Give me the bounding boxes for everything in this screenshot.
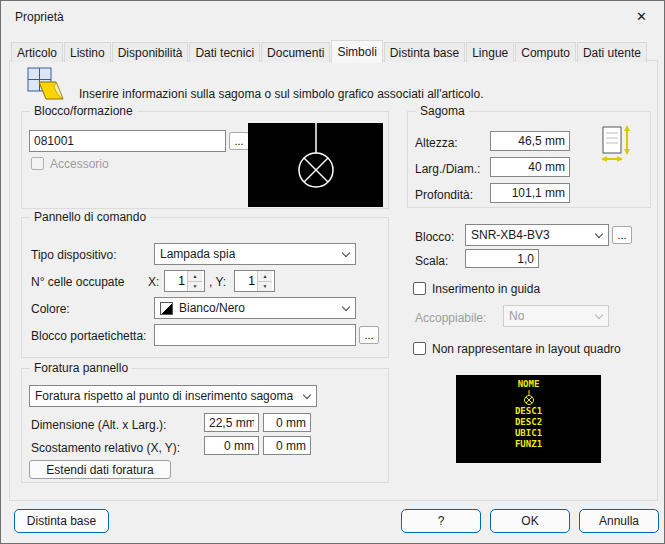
profondita-label: Profondità:	[415, 188, 473, 202]
blocco-select[interactable]: SNR-XB4-BV3	[465, 224, 609, 246]
chevron-down-icon	[342, 302, 350, 310]
blocco-label: Blocco:	[415, 230, 454, 244]
dimension-page-icon	[601, 125, 633, 170]
spin-down-icon[interactable]: ▼	[258, 282, 272, 292]
blocco-portaetichetta-label: Blocco portaetichetta:	[31, 329, 146, 343]
inserimento-in-guida-label: Inserimento in guida	[432, 282, 540, 296]
accessorio-label: Accessorio	[50, 157, 109, 171]
accoppiabile-label: Accoppiabile:	[415, 311, 486, 325]
blocco-portaetichetta-input[interactable]	[154, 324, 356, 346]
group-sagoma-title: Sagoma	[416, 104, 469, 118]
celle-x-input[interactable]	[165, 271, 187, 291]
scostamento-y-input[interactable]	[263, 436, 311, 455]
celle-y-stepper[interactable]: ▲ ▼	[234, 270, 275, 292]
tab-articolo[interactable]: Articolo	[11, 42, 63, 62]
tab-strip: Articolo Listino Disponibilità Dati tecn…	[11, 40, 648, 62]
tab-documenti[interactable]: Documenti	[261, 42, 330, 62]
annulla-button[interactable]: Annulla	[579, 509, 659, 533]
colore-label: Colore:	[31, 302, 70, 316]
tab-distinta-base[interactable]: Distinta base	[384, 42, 465, 62]
chevron-down-icon	[595, 229, 603, 237]
celle-occupate-label: N° celle occupate	[31, 275, 125, 289]
celle-x-stepper[interactable]: ▲ ▼	[164, 270, 205, 292]
non-rappresentare-checkbox[interactable]	[413, 342, 426, 355]
colore-select[interactable]: Bianco/Nero	[154, 297, 356, 319]
scala-input[interactable]	[465, 249, 539, 268]
tab-computo[interactable]: Computo	[515, 42, 576, 62]
spin-up-icon[interactable]: ▲	[258, 271, 272, 282]
dimensione-label: Dimensione (Alt. x Larg.):	[31, 418, 166, 432]
altezza-input[interactable]	[490, 131, 570, 151]
celle-y-label: , Y:	[209, 275, 226, 289]
close-icon[interactable]: ✕	[619, 1, 664, 31]
tipo-dispositivo-select[interactable]: Lampada spia	[154, 243, 356, 265]
chevron-down-icon	[595, 310, 603, 318]
blocco-portaetichetta-browse-button[interactable]: ...	[359, 326, 379, 344]
foratura-modo-select[interactable]: Foratura rispetto al punto di inseriment…	[29, 385, 317, 407]
color-swatch-icon	[160, 302, 173, 315]
tipo-dispositivo-label: Tipo dispositivo:	[31, 248, 117, 262]
inserimento-in-guida-checkbox[interactable]	[413, 282, 426, 295]
properties-dialog: Proprietà ✕ Articolo Listino Disponibili…	[0, 0, 665, 544]
distinta-base-button[interactable]: Distinta base	[14, 509, 109, 533]
scostamento-x-input[interactable]	[204, 436, 259, 455]
tab-disponibilita[interactable]: Disponibilità	[112, 42, 189, 62]
blocco-formazione-input[interactable]	[29, 130, 226, 152]
scala-label: Scala:	[415, 254, 448, 268]
celle-x-label: X:	[148, 275, 159, 289]
tab-dati-tecnici[interactable]: Dati tecnici	[189, 42, 260, 62]
preview-funz1: FUNZ1	[515, 439, 542, 450]
group-pannello-comando-title: Pannello di comando	[30, 210, 150, 224]
scostamento-label: Scostamento relativo (X, Y):	[31, 441, 180, 455]
accoppiabile-select: No	[503, 305, 609, 327]
group-blocco-formazione-title: Blocco/formazione	[30, 104, 137, 118]
spin-up-icon[interactable]: ▲	[188, 271, 202, 282]
help-button[interactable]: ?	[401, 509, 481, 533]
tab-simboli[interactable]: Simboli	[331, 40, 382, 63]
non-rappresentare-label: Non rappresentare in layout quadro	[432, 342, 621, 356]
group-foratura-title: Foratura pannello	[30, 361, 132, 375]
dimensione-larg-input[interactable]	[263, 413, 311, 432]
intro-text: Inserire informazioni sulla sagoma o sul…	[79, 87, 483, 101]
blocco-formazione-browse-button[interactable]: ...	[229, 132, 249, 150]
preview-nome: NOME	[518, 379, 540, 390]
blocco-browse-button[interactable]: ...	[612, 226, 632, 244]
window-title: Proprietà	[15, 10, 64, 24]
layout-preview: NOME DESC1 DESC2 UBIC1 FUNZ1	[456, 375, 601, 463]
symbol-page-icon	[27, 67, 65, 101]
tab-lingue[interactable]: Lingue	[466, 42, 514, 62]
chevron-down-icon	[342, 248, 350, 256]
estendi-dati-foratura-button[interactable]: Estendi dati foratura	[29, 460, 171, 479]
altezza-label: Altezza:	[415, 136, 458, 150]
preview-ubic1: UBIC1	[515, 428, 542, 439]
ok-button[interactable]: OK	[490, 509, 570, 533]
tab-listino[interactable]: Listino	[64, 42, 111, 62]
chevron-down-icon	[303, 390, 311, 398]
celle-y-input[interactable]	[235, 271, 257, 291]
mini-symbol-icon	[521, 390, 537, 406]
larg-diam-label: Larg./Diam.:	[415, 162, 480, 176]
symbol-preview	[248, 123, 383, 207]
profondita-input[interactable]	[490, 183, 570, 203]
larg-diam-input[interactable]	[490, 157, 570, 177]
preview-desc2: DESC2	[515, 417, 542, 428]
title-bar: Proprietà ✕	[1, 1, 664, 33]
preview-desc1: DESC1	[515, 406, 542, 417]
dimensione-alt-input[interactable]	[204, 413, 259, 432]
spin-down-icon[interactable]: ▼	[188, 282, 202, 292]
tab-dati-utente[interactable]: Dati utente	[577, 42, 647, 62]
accessorio-checkbox	[31, 157, 44, 170]
